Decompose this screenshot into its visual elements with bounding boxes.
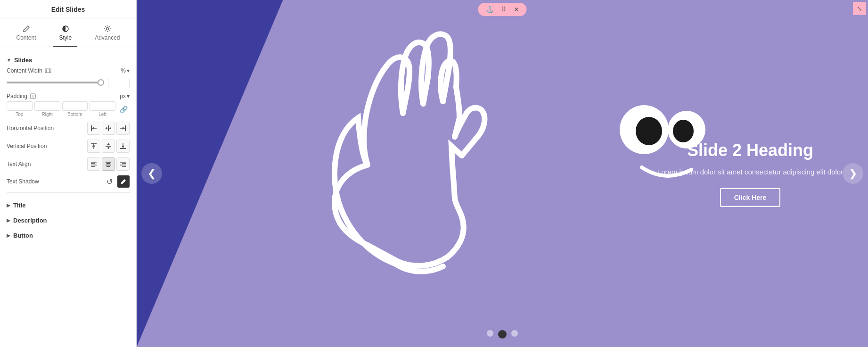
- content-width-icon: [45, 67, 51, 74]
- horizontal-position-label: Horizontal Position: [7, 125, 54, 132]
- padding-inputs-row: Top Right Bottom Left 🔗: [7, 101, 130, 117]
- h-pos-center-button[interactable]: [102, 122, 115, 135]
- dot-2[interactable]: [498, 330, 507, 339]
- toolbar-move-button[interactable]: ⠿: [499, 5, 509, 14]
- text-shadow-reset-button[interactable]: ↺: [103, 175, 115, 188]
- content-width-input[interactable]: 100: [108, 79, 130, 88]
- horizontal-position-row: Horizontal Position: [7, 122, 130, 135]
- slide-description: Lorem ipsum dolor sit amet consectetur a…: [651, 167, 849, 178]
- toolbar-link-button[interactable]: ⚓: [483, 5, 497, 14]
- content-width-slider-row: 100: [7, 79, 130, 88]
- content-width-control: % ▾: [121, 67, 130, 74]
- button-section[interactable]: ▶ Button: [7, 226, 130, 241]
- padding-row: Padding px ▾: [7, 93, 130, 99]
- text-align-label: Text Align: [7, 161, 31, 167]
- padding-fields: Top Right Bottom Left: [7, 101, 115, 117]
- dot-3[interactable]: [511, 330, 518, 337]
- svg-rect-27: [120, 148, 126, 149]
- horizontal-position-controls: [87, 122, 130, 135]
- v-pos-middle-button[interactable]: [102, 140, 115, 153]
- h-pos-center-icon: [105, 125, 112, 132]
- title-arrow-icon: ▶: [7, 203, 10, 208]
- padding-right-input[interactable]: [34, 101, 60, 111]
- padding-label-group: Top Right Bottom Left: [7, 112, 115, 117]
- tab-bar: Content Style Advanced: [0, 18, 136, 47]
- dot-1[interactable]: [487, 330, 493, 337]
- width-slider-track[interactable]: [7, 82, 104, 83]
- description-section[interactable]: ▶ Description: [7, 211, 130, 226]
- slider-widget: Slide 2 Heading Lorem ipsum dolor sit am…: [137, 0, 868, 347]
- slides-arrow-icon: ▼: [7, 58, 11, 63]
- padding-unit-selector[interactable]: px ▾: [120, 93, 130, 99]
- padding-icon: [30, 93, 36, 99]
- content-width-row: Content Width % ▾: [7, 67, 130, 74]
- svg-rect-8: [91, 125, 92, 131]
- v-pos-middle-icon: [105, 143, 112, 149]
- tab-content[interactable]: Content: [10, 22, 41, 47]
- text-shadow-row: Text Shadow ↺: [7, 175, 130, 188]
- pencil-edit-icon: [121, 179, 126, 184]
- next-slide-button[interactable]: ❯: [843, 163, 863, 184]
- gear-icon: [104, 25, 111, 33]
- text-shadow-label: Text Shadow: [7, 178, 39, 185]
- v-pos-bottom-button[interactable]: [116, 140, 130, 153]
- tab-style[interactable]: Style: [53, 22, 77, 47]
- padding-left-input[interactable]: [90, 101, 115, 111]
- tab-advanced[interactable]: Advanced: [89, 22, 125, 47]
- unit-selector[interactable]: % ▾: [121, 67, 130, 74]
- hand-drawing-svg: [320, 5, 500, 297]
- svg-rect-22: [106, 146, 111, 147]
- v-pos-top-button[interactable]: [87, 140, 100, 153]
- svg-point-2: [106, 28, 108, 30]
- panel-title: Edit Slides: [0, 0, 136, 18]
- padding-top-input[interactable]: [7, 101, 33, 111]
- h-pos-right-button[interactable]: [116, 122, 130, 135]
- svg-rect-7: [32, 95, 34, 98]
- align-left-button[interactable]: [87, 157, 100, 171]
- padding-input-group: [7, 101, 115, 111]
- text-shadow-edit-button[interactable]: [117, 175, 130, 188]
- h-pos-right-icon: [120, 125, 126, 132]
- title-section[interactable]: ▶ Title: [7, 196, 130, 211]
- h-pos-left-button[interactable]: [87, 122, 100, 135]
- v-pos-bottom-icon: [120, 143, 126, 149]
- button-arrow-icon: ▶: [7, 233, 10, 238]
- svg-rect-11: [108, 125, 109, 131]
- padding-bottom-input[interactable]: [62, 101, 88, 111]
- panel-body: ▼ Slides Content Width % ▾: [0, 47, 136, 347]
- vertical-position-controls: [87, 140, 130, 153]
- slide-cta-button[interactable]: Click Here: [720, 188, 780, 207]
- prev-slide-button[interactable]: ❮: [141, 163, 162, 184]
- padding-link-button[interactable]: 🔗: [117, 103, 130, 116]
- align-left-icon: [90, 161, 97, 167]
- svg-rect-16: [125, 125, 126, 131]
- toolbar-close-button[interactable]: ✕: [511, 5, 522, 14]
- svg-rect-19: [91, 143, 97, 144]
- align-center-button[interactable]: [102, 157, 115, 171]
- vertical-position-row: Vertical Position: [7, 140, 130, 153]
- pencil-icon: [23, 25, 30, 33]
- description-arrow-icon: ▶: [7, 218, 10, 223]
- canvas: Slide 2 Heading Lorem ipsum dolor sit am…: [137, 0, 868, 347]
- padding-unit-control: px ▾: [120, 93, 130, 99]
- vertical-position-label: Vertical Position: [7, 143, 47, 149]
- slide-toolbar: ⚓ ⠿ ✕: [478, 3, 527, 16]
- padding-label: Padding: [7, 93, 36, 99]
- text-align-row: Text Align: [7, 157, 130, 171]
- svg-marker-26: [107, 148, 110, 149]
- slide-heading: Slide 2 Heading: [651, 140, 849, 160]
- svg-marker-18: [123, 127, 125, 130]
- half-circle-icon: [62, 25, 69, 33]
- text-align-controls: [87, 157, 130, 171]
- align-right-icon: [120, 161, 126, 167]
- slide-content: Slide 2 Heading Lorem ipsum dolor sit am…: [632, 131, 868, 216]
- svg-marker-10: [92, 127, 94, 130]
- divider-1: [7, 192, 130, 193]
- svg-marker-15: [110, 127, 111, 130]
- content-width-label: Content Width: [7, 67, 51, 74]
- align-right-button[interactable]: [116, 157, 130, 171]
- edit-corner-button[interactable]: ⤡: [853, 2, 866, 15]
- left-panel: Edit Slides Content Style Advanced: [0, 0, 137, 347]
- main-canvas-area: Slide 2 Heading Lorem ipsum dolor sit am…: [137, 0, 868, 347]
- slides-section-header[interactable]: ▼ Slides: [7, 52, 130, 67]
